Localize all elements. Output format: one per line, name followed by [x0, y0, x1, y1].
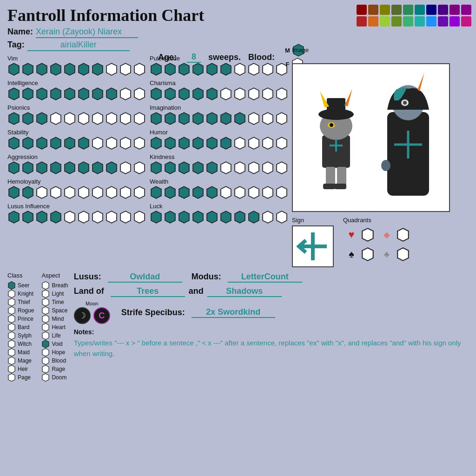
svg-marker-52 — [9, 186, 19, 198]
sign-quadrants: Sign Quadrants ♥ — [292, 217, 469, 267]
land-value1: Trees — [111, 286, 185, 297]
svg-marker-179 — [8, 340, 15, 348]
svg-marker-9 — [106, 63, 117, 75]
svg-marker-187 — [42, 307, 49, 314]
palette-color — [357, 16, 367, 26]
quadrant-diamond: ◆ — [378, 230, 395, 240]
svg-marker-185 — [42, 290, 49, 298]
svg-marker-8 — [93, 63, 103, 75]
hex-filled — [219, 112, 232, 125]
quadrant-hex3 — [361, 247, 375, 261]
ca-label: Life — [52, 332, 60, 339]
stat-label: Lusus Influence — [7, 203, 146, 210]
moon1-symbol: ☽ — [79, 311, 86, 321]
svg-marker-120 — [263, 162, 273, 174]
svg-marker-103 — [165, 137, 175, 149]
hex-row — [150, 87, 288, 100]
class-header: Class — [7, 272, 34, 279]
svg-marker-124 — [179, 186, 189, 198]
hex-empty — [261, 161, 274, 174]
svg-marker-97 — [221, 112, 231, 125]
svg-point-163 — [381, 160, 390, 171]
svg-marker-93 — [165, 112, 175, 125]
svg-marker-111 — [277, 137, 287, 149]
svg-marker-191 — [42, 340, 49, 348]
svg-marker-62 — [9, 211, 19, 223]
ca-item: Prince — [7, 315, 34, 323]
hex-empty — [233, 186, 246, 199]
svg-marker-22 — [9, 112, 19, 125]
svg-marker-82 — [151, 88, 161, 100]
svg-marker-112 — [151, 162, 161, 174]
palette-color — [461, 16, 471, 26]
ca-item: Life — [41, 331, 68, 340]
svg-marker-27 — [79, 112, 89, 125]
name-value: Xerain (Zayook) Niarex — [36, 27, 138, 38]
hex-filled — [164, 211, 177, 224]
ca-label: Light — [52, 291, 64, 297]
hex-row — [7, 87, 146, 100]
sign-box — [292, 225, 334, 267]
hex-empty — [133, 161, 146, 174]
hex-filled — [205, 161, 218, 174]
aspect-items: BreathLightTimeSpaceMindHeartLifeVoidHop… — [41, 281, 68, 382]
hex-filled — [205, 87, 218, 100]
land-value2: Shadows — [207, 286, 282, 297]
ca-hex — [41, 348, 50, 357]
ca-hex — [7, 331, 16, 340]
ca-item: Heart — [41, 323, 68, 331]
palette-row-1 — [357, 5, 471, 15]
palette-color — [403, 16, 413, 26]
hex-empty — [275, 137, 288, 150]
age-label: Age: — [158, 53, 177, 62]
svg-marker-54 — [37, 186, 47, 198]
ca-hex — [7, 373, 16, 382]
hex-empty — [77, 186, 90, 199]
palette-color — [415, 5, 425, 15]
svg-marker-40 — [120, 137, 131, 149]
hex-row — [7, 161, 146, 174]
ca-item: Seer — [7, 281, 34, 290]
ca-label: Seer — [18, 282, 29, 289]
hex-empty — [275, 186, 288, 199]
svg-marker-114 — [179, 162, 189, 174]
modus-value: LetterCount — [228, 272, 302, 283]
hex-empty — [233, 161, 246, 174]
svg-marker-136 — [207, 211, 217, 223]
blood-label: Blood: — [248, 53, 275, 62]
hex-filled — [205, 137, 218, 150]
hex-empty — [35, 186, 48, 199]
svg-marker-90 — [263, 88, 273, 100]
ca-hex — [7, 306, 16, 315]
hex-filled — [49, 161, 62, 174]
hex-filled — [150, 112, 163, 125]
svg-marker-194 — [42, 365, 49, 373]
svg-marker-171 — [397, 248, 408, 260]
ca-hex — [7, 315, 16, 323]
svg-marker-119 — [249, 162, 259, 174]
svg-marker-70 — [120, 211, 131, 223]
stat-label: Charisma — [150, 79, 288, 86]
svg-marker-71 — [134, 211, 145, 223]
svg-marker-109 — [249, 137, 259, 149]
ca-hex — [7, 340, 16, 348]
hex-row — [150, 186, 288, 199]
svg-marker-183 — [8, 374, 15, 381]
svg-marker-25 — [51, 112, 61, 125]
stat-label: Psionics — [7, 104, 146, 111]
ca-hex — [7, 290, 16, 298]
hex-filled — [77, 87, 90, 100]
svg-marker-105 — [193, 137, 203, 149]
svg-marker-141 — [277, 211, 287, 223]
stat-group: Vim — [7, 55, 146, 76]
svg-marker-189 — [42, 324, 49, 331]
svg-marker-168 — [362, 228, 373, 241]
moon2: C — [93, 307, 110, 324]
ca-hex — [7, 365, 16, 373]
svg-marker-65 — [51, 211, 61, 223]
ca-item: Mage — [7, 357, 34, 365]
svg-marker-138 — [235, 211, 245, 223]
ca-label: Heart — [52, 324, 65, 331]
hex-empty — [91, 137, 104, 150]
ca-hex — [7, 323, 16, 331]
